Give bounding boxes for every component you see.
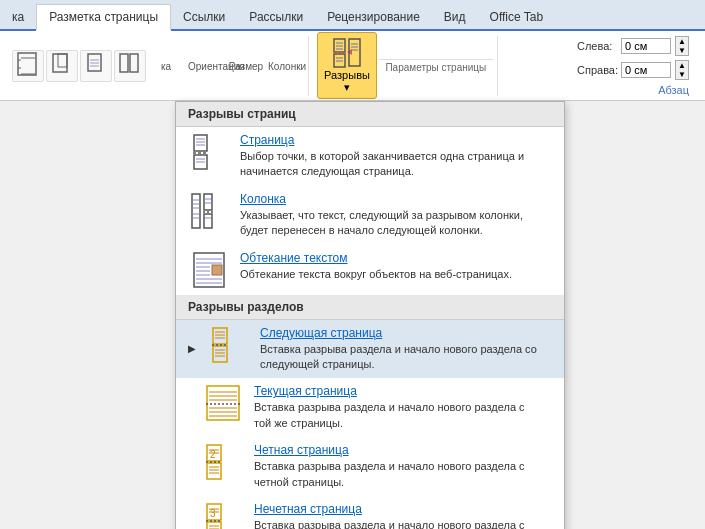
current-page-desc: Вставка разрыва раздела и начало нового … [254, 400, 525, 431]
breaks-icon [331, 37, 363, 69]
columns-icon[interactable] [114, 50, 146, 82]
svg-rect-26 [194, 135, 207, 151]
next-page-title: Следующая страница [260, 326, 537, 340]
svg-rect-12 [130, 54, 138, 72]
text-wrap-icon [188, 251, 230, 289]
svg-rect-35 [204, 194, 212, 210]
page-break-icon [188, 133, 230, 171]
even-page-item[interactable]: 2 Четная страница Вставка разрыва раздел… [176, 437, 564, 496]
current-page-item[interactable]: Текущая страница Вставка разрыва раздела… [176, 378, 564, 437]
ribbon-tabs: ка Разметка страницы Ссылки Рассылки Рец… [0, 0, 705, 31]
text-wrap-title: Обтекание текстом [240, 251, 512, 265]
fields-icon[interactable] [12, 50, 44, 82]
column-break-icon [188, 192, 230, 230]
even-page-icon: 2 [202, 443, 244, 481]
column-break-desc: Указывает, что текст, следующий за разры… [240, 208, 523, 239]
indent-right-spin[interactable]: ▲ ▼ [675, 60, 689, 80]
indent-left-spin[interactable]: ▲ ▼ [675, 36, 689, 56]
svg-rect-59 [213, 346, 227, 362]
selected-arrow: ▶ [188, 343, 196, 354]
indent-right-label: Справа: [577, 64, 617, 76]
page-break-text: Страница Выбор точки, в которой заканчив… [240, 133, 524, 180]
spin-down-icon-r[interactable]: ▼ [676, 70, 688, 79]
odd-page-item[interactable]: 3 Нечетная страница Вставка разрыва разд… [176, 496, 564, 529]
indent-right-row: Справа: ▲ ▼ [577, 60, 689, 80]
tab-ka[interactable]: ка [0, 4, 36, 29]
svg-rect-64 [207, 386, 239, 420]
tab-mailings[interactable]: Рассылки [237, 4, 315, 29]
svg-rect-0 [18, 53, 36, 75]
orientation-icon[interactable] [46, 50, 78, 82]
page-break-desc: Выбор точки, в которой заканчивается одн… [240, 149, 524, 180]
svg-rect-44 [204, 214, 212, 228]
page-break-title: Страница [240, 133, 524, 147]
current-page-title: Текущая страница [254, 384, 525, 398]
text-wrap-text: Обтекание текстом Обтекание текста вокру… [240, 251, 512, 282]
odd-page-text: Нечетная страница Вставка разрыва раздел… [254, 502, 525, 529]
svg-rect-50 [212, 265, 222, 275]
column-break-text: Колонка Указывает, что текст, следующий … [240, 192, 523, 239]
odd-page-title: Нечетная страница [254, 502, 525, 516]
breaks-dropdown: Разрывы страниц [175, 101, 565, 529]
ribbon-toolbar: ка Ориентация Размер Колонки [0, 31, 705, 101]
next-page-desc: Вставка разрыва раздела и начало нового … [260, 342, 537, 373]
next-page-text: Следующая страница Вставка разрыва разде… [260, 326, 537, 373]
odd-page-desc: Вставка разрыва раздела и начало нового … [254, 518, 525, 529]
abzac-label[interactable]: Абзац [577, 84, 689, 96]
indent-right-input[interactable] [621, 62, 671, 78]
spin-down-icon[interactable]: ▼ [676, 46, 688, 55]
column-break-item[interactable]: Колонка Указывает, что текст, следующий … [176, 186, 564, 245]
breaks-group: Разрывы ▾ Параметры страницы [313, 36, 498, 96]
indent-left-input[interactable] [621, 38, 671, 54]
svg-rect-11 [120, 54, 128, 72]
columns-label: Колонки [268, 61, 304, 72]
svg-rect-34 [192, 194, 200, 228]
next-page-item[interactable]: ▶ Следующая страница [176, 320, 564, 379]
text-wrap-item[interactable]: Обтекание текстом Обтекание текста вокру… [176, 245, 564, 295]
tab-links[interactable]: Ссылки [171, 4, 237, 29]
odd-page-icon: 3 [202, 502, 244, 529]
svg-rect-5 [53, 54, 67, 72]
even-page-desc: Вставка разрыва раздела и начало нового … [254, 459, 525, 490]
page-breaks-section-title: Разрывы страниц [176, 102, 564, 127]
column-break-title: Колонка [240, 192, 523, 206]
indent-left-row: Слева: ▲ ▼ [577, 36, 689, 56]
orientation-label: Ориентация [188, 61, 224, 72]
breaks-button[interactable]: Разрывы ▾ [317, 32, 377, 99]
current-page-icon [202, 384, 244, 422]
page-break-item[interactable]: Страница Выбор точки, в которой заканчив… [176, 127, 564, 186]
svg-rect-6 [58, 54, 67, 67]
page-icons-group: ка Ориентация Размер Колонки [8, 36, 309, 96]
svg-text:2: 2 [210, 449, 216, 460]
size-icon[interactable] [80, 50, 112, 82]
page-params-label: Параметры страницы [379, 59, 493, 73]
section-breaks-section-title: Разрывы разделов [176, 295, 564, 320]
text-wrap-desc: Обтекание текста вокруг объектов на веб-… [240, 267, 512, 282]
even-page-title: Четная страница [254, 443, 525, 457]
current-page-text: Текущая страница Вставка разрыва раздела… [254, 384, 525, 431]
svg-text:3: 3 [210, 508, 216, 519]
indent-left-label: Слева: [577, 40, 617, 52]
tab-page-layout[interactable]: Разметка страницы [36, 4, 171, 31]
size-label: Размер [228, 61, 264, 72]
tab-office-tab[interactable]: Office Tab [478, 4, 556, 29]
indent-section: Слева: ▲ ▼ Справа: ▲ ▼ Абзац [577, 36, 697, 96]
next-page-icon [208, 326, 250, 364]
page-group-labels: ка Ориентация Размер Колонки [148, 61, 304, 72]
tab-view[interactable]: Вид [432, 4, 478, 29]
svg-rect-55 [213, 328, 227, 344]
breaks-label: Разрывы ▾ [324, 69, 370, 94]
svg-rect-76 [207, 463, 221, 479]
spin-up-icon[interactable]: ▲ [676, 37, 688, 46]
even-page-text: Четная страница Вставка разрыва раздела … [254, 443, 525, 490]
tab-review[interactable]: Рецензирование [315, 4, 432, 29]
spin-up-icon-r[interactable]: ▲ [676, 61, 688, 70]
